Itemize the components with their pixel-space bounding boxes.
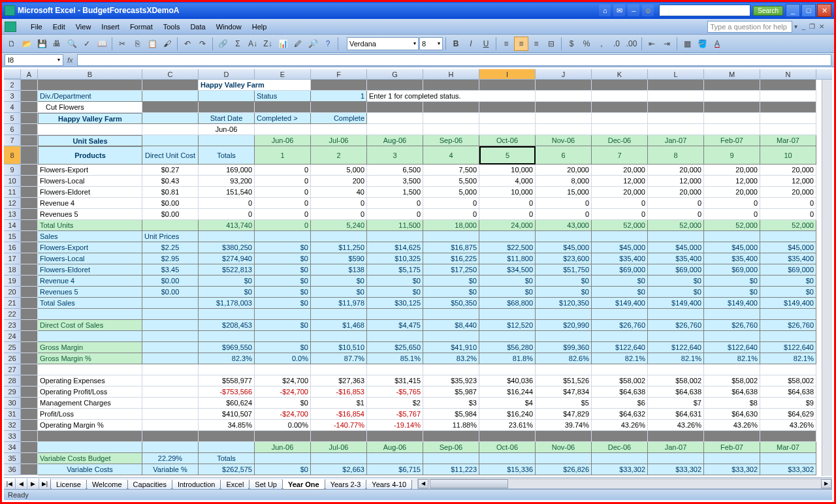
- cell[interactable]: [21, 331, 38, 342]
- cell[interactable]: [536, 91, 592, 102]
- cell[interactable]: [21, 176, 38, 187]
- tab-last-icon[interactable]: ▶|: [39, 479, 51, 489]
- cell[interactable]: [423, 102, 479, 113]
- tab-first-icon[interactable]: |◀: [4, 479, 16, 489]
- cell[interactable]: $16,240: [479, 409, 536, 420]
- cell[interactable]: 43.26%: [592, 420, 648, 431]
- cell[interactable]: Variable Costs: [38, 464, 142, 475]
- row-header[interactable]: 7: [4, 135, 21, 146]
- cell[interactable]: $51,750: [536, 264, 592, 276]
- cell[interactable]: Jun-06: [255, 442, 311, 453]
- cell[interactable]: [311, 309, 367, 320]
- minimize-button[interactable]: _: [786, 4, 800, 17]
- cell[interactable]: [199, 331, 255, 342]
- cell[interactable]: 43,000: [536, 220, 592, 231]
- cell[interactable]: 82.1%: [760, 353, 816, 364]
- mdi-close[interactable]: ✕: [817, 23, 826, 30]
- cell[interactable]: 24,000: [479, 220, 536, 231]
- cell[interactable]: 0: [423, 198, 479, 209]
- cell[interactable]: [21, 124, 38, 135]
- cell[interactable]: 2: [311, 146, 367, 165]
- cell[interactable]: 40: [311, 187, 367, 198]
- cell[interactable]: $0: [255, 276, 311, 287]
- cell[interactable]: [536, 80, 592, 91]
- sheet-tab[interactable]: Years 4-10: [366, 480, 412, 490]
- cell[interactable]: $2: [367, 398, 423, 409]
- cell[interactable]: Nov-06: [536, 442, 592, 453]
- cell[interactable]: Management Charges: [38, 398, 142, 409]
- cell[interactable]: 87.7%: [311, 353, 367, 364]
- cell[interactable]: 10,000: [479, 165, 536, 176]
- cell[interactable]: Div./Department: [38, 91, 142, 102]
- search-input[interactable]: [659, 5, 750, 16]
- row-header[interactable]: 21: [4, 298, 21, 309]
- cell[interactable]: 0: [648, 198, 704, 209]
- cell[interactable]: Enter 1 for completed status.: [367, 91, 536, 102]
- cell[interactable]: [21, 242, 38, 253]
- link-icon[interactable]: 🔗: [216, 37, 230, 51]
- cell[interactable]: $0: [648, 276, 704, 287]
- cell[interactable]: 6: [536, 146, 592, 165]
- cell[interactable]: [760, 331, 816, 342]
- cell[interactable]: [760, 124, 816, 135]
- cell[interactable]: $26,826: [536, 464, 592, 475]
- cell[interactable]: 82.1%: [704, 353, 760, 364]
- search-button[interactable]: Search: [753, 6, 783, 16]
- cell[interactable]: [760, 80, 816, 91]
- col-header[interactable]: H: [423, 69, 479, 79]
- cell[interactable]: Total Units: [38, 220, 142, 231]
- cell[interactable]: Unit Sales: [38, 135, 142, 146]
- cell[interactable]: $0: [760, 276, 816, 287]
- cell[interactable]: [21, 187, 38, 198]
- cell[interactable]: Revenue 4: [38, 276, 142, 287]
- row-header[interactable]: 26: [4, 353, 21, 364]
- cell[interactable]: [760, 431, 816, 442]
- cell[interactable]: [255, 431, 311, 442]
- cell[interactable]: $47,829: [536, 409, 592, 420]
- cell[interactable]: Direct Cost of Sales: [38, 320, 142, 331]
- cell[interactable]: 0: [255, 220, 311, 231]
- cell[interactable]: 83.2%: [423, 353, 479, 364]
- sort-desc-icon[interactable]: Z↓: [261, 37, 275, 51]
- name-box[interactable]: I8▾: [5, 54, 63, 66]
- cell[interactable]: [142, 420, 199, 431]
- cell[interactable]: [199, 442, 255, 453]
- cell[interactable]: $45,000: [704, 242, 760, 253]
- cell[interactable]: 85.1%: [367, 353, 423, 364]
- cell[interactable]: 1,500: [367, 187, 423, 198]
- cell[interactable]: [142, 135, 199, 146]
- cell[interactable]: $50,350: [423, 298, 479, 309]
- percent-icon[interactable]: %: [579, 37, 594, 51]
- cell[interactable]: $33,302: [760, 464, 816, 475]
- cell[interactable]: 52,000: [704, 220, 760, 231]
- cell[interactable]: [142, 386, 199, 398]
- cell[interactable]: [704, 431, 760, 442]
- cell[interactable]: $149,400: [760, 298, 816, 309]
- cell[interactable]: $138: [311, 264, 367, 276]
- cell[interactable]: Variable %: [142, 464, 199, 475]
- cell[interactable]: $120,350: [536, 298, 592, 309]
- cell[interactable]: $122,640: [760, 342, 816, 353]
- cell[interactable]: [255, 364, 311, 375]
- tab-prev-icon[interactable]: ◀: [16, 479, 27, 489]
- cell[interactable]: Dec-06: [592, 135, 648, 146]
- cell[interactable]: $0: [367, 287, 423, 298]
- cell[interactable]: 0: [760, 198, 816, 209]
- cell[interactable]: Flowers-Local: [38, 253, 142, 264]
- cell[interactable]: 5,000: [423, 187, 479, 198]
- cell[interactable]: $0.00: [142, 198, 199, 209]
- cell[interactable]: [479, 309, 536, 320]
- cell[interactable]: 20,000: [648, 165, 704, 176]
- row-header[interactable]: 4: [4, 102, 21, 113]
- col-header[interactable]: A: [21, 69, 38, 79]
- cell[interactable]: $1,468: [311, 320, 367, 331]
- cell[interactable]: $3: [423, 398, 479, 409]
- cell[interactable]: $64,632: [592, 409, 648, 420]
- cell[interactable]: 5,500: [423, 176, 479, 187]
- cell[interactable]: 0: [423, 209, 479, 220]
- cell[interactable]: $35,400: [760, 253, 816, 264]
- cell[interactable]: [142, 113, 199, 124]
- cell[interactable]: [142, 320, 199, 331]
- cell[interactable]: $0: [255, 298, 311, 309]
- cell[interactable]: [142, 398, 199, 409]
